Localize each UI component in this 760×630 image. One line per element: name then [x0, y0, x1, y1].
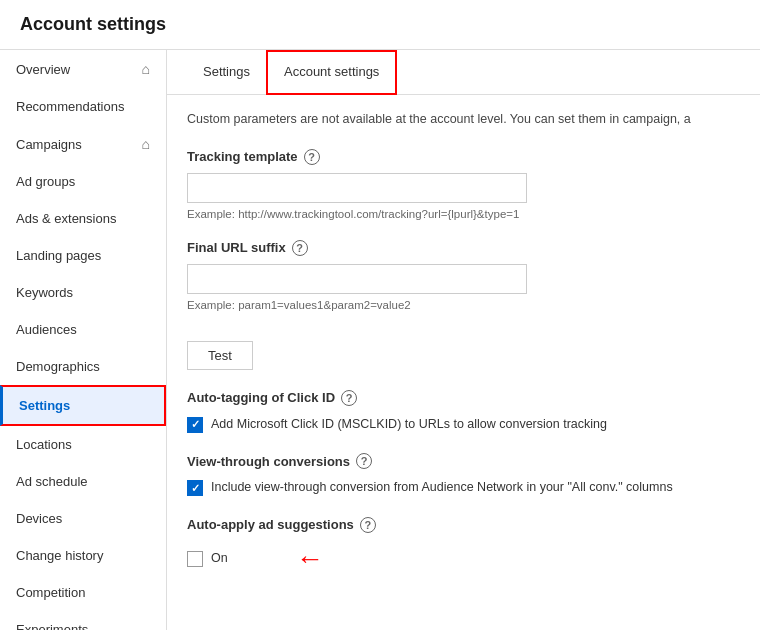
sidebar-item-label: Keywords — [16, 285, 73, 300]
sidebar-item-overview[interactable]: Overview ⌂ — [0, 50, 166, 88]
final-url-suffix-example: Example: param1=values1&param2=value2 — [187, 299, 740, 311]
view-through-row: Include view-through conversion from Aud… — [187, 479, 740, 497]
sidebar-item-landing-pages[interactable]: Landing pages — [0, 237, 166, 274]
view-through-section: View-through conversions ? Include view-… — [187, 453, 740, 497]
auto-tagging-checkbox[interactable] — [187, 417, 203, 433]
auto-apply-label: Auto-apply ad suggestions ? — [187, 517, 740, 533]
tracking-template-example: Example: http://www.trackingtool.com/tra… — [187, 208, 740, 220]
sidebar-item-experiments[interactable]: Experiments — [0, 611, 166, 630]
sidebar-item-label: Landing pages — [16, 248, 101, 263]
sidebar-item-label: Competition — [16, 585, 85, 600]
auto-tagging-checkbox-label: Add Microsoft Click ID (MSCLKID) to URLs… — [211, 416, 607, 434]
sidebar-item-ads-extensions[interactable]: Ads & extensions — [0, 200, 166, 237]
auto-apply-section: Auto-apply ad suggestions ? On ← — [187, 517, 740, 575]
auto-apply-checkbox[interactable] — [187, 551, 203, 567]
sidebar-item-label: Devices — [16, 511, 62, 526]
auto-apply-help-icon[interactable]: ? — [360, 517, 376, 533]
final-url-suffix-help-icon[interactable]: ? — [292, 240, 308, 256]
auto-tagging-help-icon[interactable]: ? — [341, 390, 357, 406]
page-content: Custom parameters are not available at t… — [167, 95, 760, 611]
header: Account settings — [0, 0, 760, 50]
auto-apply-on-label: On — [211, 550, 228, 568]
tracking-template-section: Tracking template ? Example: http://www.… — [187, 149, 740, 220]
sidebar-item-label: Audiences — [16, 322, 77, 337]
sidebar-item-audiences[interactable]: Audiences — [0, 311, 166, 348]
sidebar-item-label: Demographics — [16, 359, 100, 374]
sidebar-item-campaigns[interactable]: Campaigns ⌂ — [0, 125, 166, 163]
sidebar-item-change-history[interactable]: Change history — [0, 537, 166, 574]
sidebar-item-label: Recommendations — [16, 99, 124, 114]
final-url-suffix-input[interactable] — [187, 264, 527, 294]
view-through-checkbox-label: Include view-through conversion from Aud… — [211, 479, 673, 497]
final-url-suffix-section: Final URL suffix ? Example: param1=value… — [187, 240, 740, 311]
sidebar-item-demographics[interactable]: Demographics — [0, 348, 166, 385]
header-title: Account settings — [20, 14, 166, 35]
sidebar-item-competition[interactable]: Competition — [0, 574, 166, 611]
red-arrow-icon: ← — [296, 543, 324, 575]
tab-account-settings[interactable]: Account settings — [266, 50, 397, 95]
sidebar: Overview ⌂ Recommendations Campaigns ⌂ A… — [0, 50, 167, 630]
sidebar-item-label: Locations — [16, 437, 72, 452]
sidebar-item-label: Overview — [16, 62, 70, 77]
tab-settings[interactable]: Settings — [187, 50, 266, 95]
sidebar-item-label: Experiments — [16, 622, 88, 630]
sidebar-item-label: Ad schedule — [16, 474, 88, 489]
sidebar-item-ad-schedule[interactable]: Ad schedule — [0, 463, 166, 500]
sidebar-item-settings[interactable]: Settings — [0, 385, 166, 426]
sidebar-item-label: Ads & extensions — [16, 211, 116, 226]
content-area: Settings Account settings Custom paramet… — [167, 50, 760, 630]
sidebar-item-keywords[interactable]: Keywords — [0, 274, 166, 311]
sidebar-item-label: Settings — [19, 398, 70, 413]
tracking-template-help-icon[interactable]: ? — [304, 149, 320, 165]
view-through-help-icon[interactable]: ? — [356, 453, 372, 469]
campaigns-icon: ⌂ — [142, 136, 150, 152]
auto-tagging-row: Add Microsoft Click ID (MSCLKID) to URLs… — [187, 416, 740, 434]
test-button[interactable]: Test — [187, 341, 253, 370]
tracking-template-label: Tracking template ? — [187, 149, 740, 165]
auto-apply-row: On ← — [187, 543, 740, 575]
description-text: Custom parameters are not available at t… — [187, 111, 740, 129]
main-layout: Overview ⌂ Recommendations Campaigns ⌂ A… — [0, 50, 760, 630]
sidebar-item-devices[interactable]: Devices — [0, 500, 166, 537]
sidebar-item-label: Ad groups — [16, 174, 75, 189]
sidebar-item-ad-groups[interactable]: Ad groups — [0, 163, 166, 200]
sidebar-item-locations[interactable]: Locations — [0, 426, 166, 463]
sidebar-item-recommendations[interactable]: Recommendations — [0, 88, 166, 125]
view-through-label: View-through conversions ? — [187, 453, 740, 469]
auto-tagging-section: Auto-tagging of Click ID ? Add Microsoft… — [187, 390, 740, 434]
auto-tagging-label: Auto-tagging of Click ID ? — [187, 390, 740, 406]
tracking-template-input[interactable] — [187, 173, 527, 203]
view-through-checkbox[interactable] — [187, 480, 203, 496]
tabs-bar: Settings Account settings — [167, 50, 760, 95]
sidebar-item-label: Campaigns — [16, 137, 82, 152]
final-url-suffix-label: Final URL suffix ? — [187, 240, 740, 256]
home-icon: ⌂ — [142, 61, 150, 77]
sidebar-item-label: Change history — [16, 548, 103, 563]
